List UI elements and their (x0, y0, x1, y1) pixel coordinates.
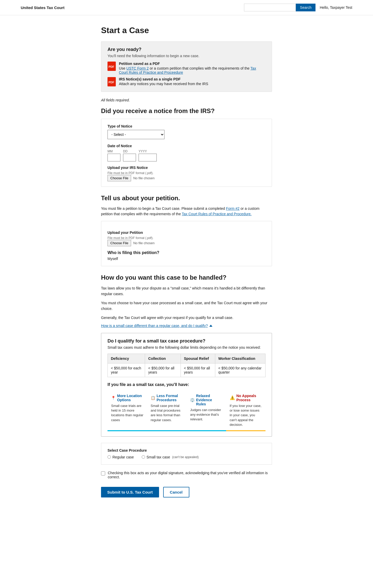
yyyy-input[interactable] (139, 154, 157, 161)
radio-small-label[interactable]: Small tax case (can't be appealed) (142, 455, 199, 459)
mm-input[interactable] (107, 154, 120, 161)
petition-item-text: Petition saved as a PDF Use USTC Form 2 … (119, 62, 266, 75)
pdf-icon-irs: PDF (107, 77, 116, 86)
cancel-button[interactable]: Cancel (163, 487, 189, 497)
irs-item-desc: Attach any notices you may have received… (119, 82, 208, 86)
upload-petition-label: Upload your Petition (107, 230, 266, 235)
petition-intro-pre: You must file a petition to begin a Tax … (101, 206, 226, 211)
search-input[interactable] (244, 4, 296, 11)
main-content: Start a Case Are you ready? You'll need … (80, 15, 293, 508)
radio-regular[interactable] (107, 455, 111, 459)
date-yyyy-field: YYYY (139, 150, 157, 161)
svg-text:PDF: PDF (109, 65, 114, 68)
info-subtext: You'll need the following information to… (107, 54, 266, 58)
petition-upload-section: Upload your Petition File must be in PDF… (107, 230, 266, 246)
handling-title: How do you want this case to be handled? (101, 274, 272, 281)
benefit-evidence: ⚖️ Relaxed Evidence Rules Judges can con… (187, 391, 226, 431)
yyyy-label: YYYY (139, 150, 157, 153)
procedure-box: Select Case Procedure Regular case Small… (101, 443, 272, 465)
irs-section-title: Did you receive a notice from the IRS? (101, 107, 272, 115)
benefit-location-title: 📍 More Location Options (111, 394, 144, 402)
dd-label: DD (123, 150, 136, 153)
who-filing-value: Myself (107, 257, 266, 261)
benefit-appeals-title: ⚠️ No Appeals Process (230, 394, 262, 402)
table-cell-collection: < $50,000 for all years (145, 363, 181, 377)
header-greeting: Hello, Taxpayer Test (320, 5, 352, 10)
accordion-toggle[interactable]: How is a small case different than a reg… (101, 324, 272, 328)
form2-link[interactable]: Form #2 (226, 206, 240, 211)
site-logo: United States Tax Court (21, 5, 64, 10)
benefit-location-text: Small case trials are held in 15 more lo… (111, 404, 144, 422)
choose-file-btn-irs[interactable]: Choose File (107, 175, 131, 181)
benefit-appeals: ⚠️ No Appeals Process If you lose your c… (226, 391, 266, 431)
who-filing-section: Who is filing this petition? Myself (107, 250, 266, 261)
signature-row: Checking this box acts as your digital s… (101, 471, 272, 479)
submit-button[interactable]: Submit to U.S. Tax Court (101, 487, 159, 497)
benefit-procedures-text: Small case pre-trial and trial procedure… (151, 404, 183, 422)
benefit-location: 📍 More Location Options Small case trial… (107, 391, 147, 431)
info-heading: Are you ready? (107, 47, 266, 52)
radio-small[interactable] (142, 455, 145, 459)
small-case-title: Do I qualitfy for a small tax case proce… (107, 338, 266, 344)
warning-icon: ⚠️ (230, 395, 235, 400)
benefits-grid: 📍 More Location Options Small case trial… (107, 391, 266, 431)
date-dd-field: DD (123, 150, 136, 161)
search-button[interactable]: Search (296, 4, 315, 11)
dd-input[interactable] (123, 154, 136, 161)
table-cell-worker: < $50,000 for any calendar quarter (215, 363, 265, 377)
page-title: Start a Case (101, 26, 272, 35)
handling-intro3: Generally, the Tax Court will agree with… (101, 315, 272, 321)
radio-small-text: Small tax case (147, 455, 170, 459)
irs-item-text: IRS Notice(s) saved as a single PDF Atta… (119, 77, 208, 86)
table-header-deficiency: Deficiency (108, 354, 145, 363)
table-header-collection: Collection (145, 354, 181, 363)
signature-checkbox[interactable] (101, 471, 105, 475)
procedures-icon: 📋 (151, 396, 155, 400)
benefit-procedures-title: 📋 Less Formal Procedures (151, 394, 183, 402)
info-item-petition: PDF Petition saved as a PDF Use USTC For… (107, 62, 266, 75)
svg-text:PDF: PDF (109, 81, 114, 84)
accordion-link-text: How is a small case different than a reg… (101, 324, 208, 328)
signature-text: Checking this box acts as your digital s… (108, 471, 272, 479)
tc-rules-link2[interactable]: Tax Court Rules of Practice and Procedur… (182, 212, 252, 216)
btn-row: Submit to U.S. Tax Court Cancel (101, 487, 272, 497)
small-case-desc: Small tax cases must adhere to the follo… (107, 345, 266, 349)
info-box: Are you ready? You'll need the following… (101, 41, 272, 92)
irs-form-card: Type of Notice - Select - Date of Notice… (101, 119, 272, 187)
location-icon: 📍 (111, 396, 116, 400)
petition-form-card: Upload your Petition File must be in PDF… (101, 221, 272, 266)
benefit-evidence-text: Judges can consider any evidence that's … (190, 408, 223, 422)
choose-file-btn-petition[interactable]: Choose File (107, 240, 131, 246)
radio-group: Regular case Small tax case (can't be ap… (107, 455, 266, 459)
required-note: All fields required. (101, 98, 272, 102)
table-cell-spousal: < $50,000 for all years (181, 363, 215, 377)
table-cell-deficiency: < $50,000 for each year (108, 363, 145, 377)
handling-intro2: You must choose to have your case proces… (101, 300, 272, 312)
petition-section-title: Tell us about your petition. (101, 195, 272, 202)
radio-regular-label[interactable]: Regular case (107, 455, 134, 459)
ustc-form2-link[interactable]: USTC Form 2 (126, 66, 149, 70)
upload-irs-label: Upload your IRS Notice (107, 166, 266, 170)
mm-label: MM (107, 150, 120, 153)
procedure-label: Select Case Procedure (107, 448, 266, 452)
table-header-worker: Worker Classification (215, 354, 265, 363)
handling-intro1: Tax laws allow you to file your dispute … (101, 285, 272, 297)
benefit-appeals-text: If you lose your case, or lose some issu… (230, 404, 262, 427)
small-case-box: Do I qualitfy for a small tax case proce… (101, 333, 272, 437)
limits-table: Deficiency Collection Spousal Relief Wor… (107, 354, 266, 377)
no-file-text-petition: No file chosen (133, 241, 154, 245)
triangle-up-icon (209, 325, 212, 327)
benefits-title: If you file as a small tax case, you'll … (107, 382, 266, 387)
radio-small-note: (can't be appealed) (172, 455, 199, 459)
pdf-icon-petition: PDF (107, 62, 116, 71)
petition-item-pre: Use (119, 66, 126, 70)
evidence-icon: ⚖️ (190, 398, 195, 402)
radio-regular-text: Regular case (112, 455, 134, 459)
who-filing-label: Who is filing this petition? (107, 250, 266, 255)
benefit-procedures: 📋 Less Formal Procedures Small case pre-… (147, 391, 187, 431)
type-of-notice-select[interactable]: - Select - (107, 130, 164, 139)
petition-intro: You must file a petition to begin a Tax … (101, 206, 272, 217)
info-item-irs: PDF IRS Notice(s) saved as a single PDF … (107, 77, 266, 86)
table-header-spousal: Spousal Relief (181, 354, 215, 363)
irs-file-input-row: Choose File No file chosen (107, 175, 266, 181)
